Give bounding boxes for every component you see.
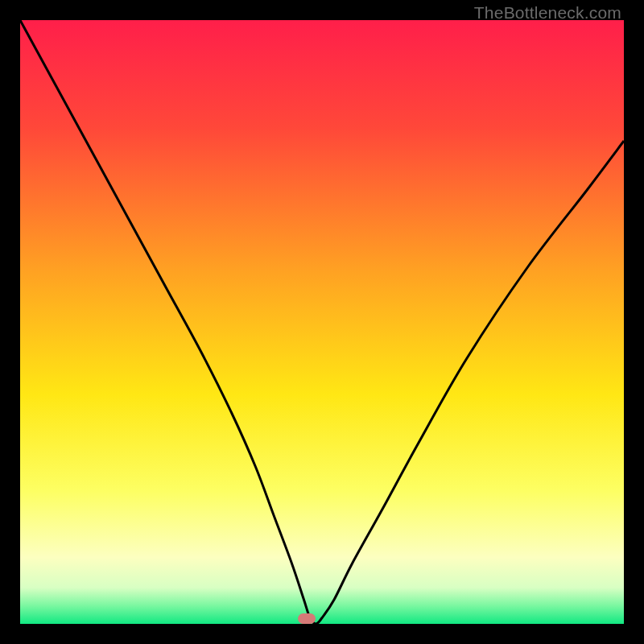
watermark-text: TheBottleneck.com — [474, 3, 621, 23]
plot-area — [20, 20, 624, 624]
optimal-point-marker — [298, 613, 316, 624]
outer-black-frame: TheBottleneck.com — [0, 0, 644, 644]
bottleneck-curve — [20, 20, 624, 624]
curve-path — [20, 20, 624, 624]
